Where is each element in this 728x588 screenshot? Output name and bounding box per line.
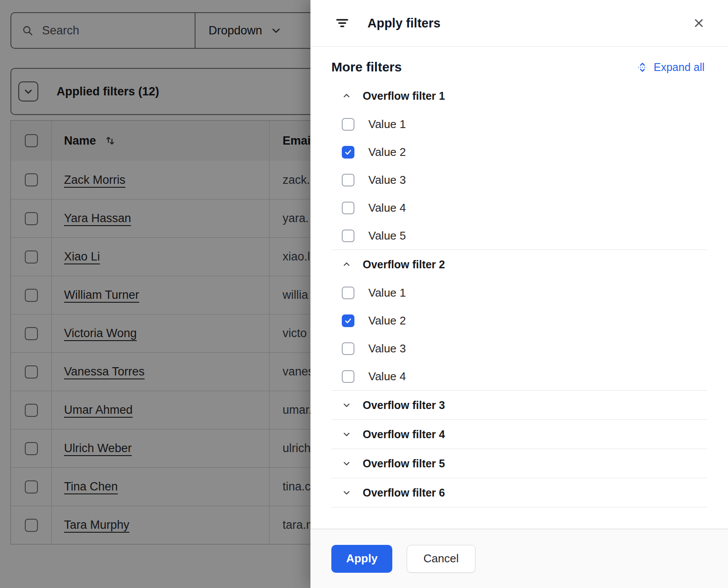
filter-value-label: Value 1 bbox=[368, 286, 406, 300]
filter-section-title: Overflow filter 3 bbox=[363, 399, 445, 412]
section-divider bbox=[331, 507, 707, 507]
chevron-up-icon bbox=[342, 260, 351, 269]
check-icon bbox=[344, 148, 352, 156]
filter-value-label: Value 4 bbox=[368, 201, 406, 215]
filter-value-row: Value 1 bbox=[331, 110, 707, 138]
apply-button[interactable]: Apply bbox=[331, 545, 392, 573]
checkbox-unchecked[interactable] bbox=[342, 118, 354, 131]
filter-section-title: Overflow filter 4 bbox=[363, 428, 445, 441]
filter-section-header[interactable]: Overflow filter 4 bbox=[331, 420, 707, 449]
filter-section-title: Overflow filter 5 bbox=[363, 457, 445, 470]
filter-section-title: Overflow filter 1 bbox=[363, 90, 445, 102]
apply-filters-drawer: Apply filters More filters Expand all bbox=[310, 0, 728, 588]
checkbox-unchecked[interactable] bbox=[342, 174, 354, 186]
filter-value-row: Value 3 bbox=[331, 335, 707, 362]
drawer-body: More filters Expand all Overflow filter … bbox=[310, 47, 728, 529]
checkbox-unchecked[interactable] bbox=[342, 230, 354, 242]
checkbox-unchecked[interactable] bbox=[342, 202, 354, 214]
filter-value-label: Value 3 bbox=[368, 173, 406, 187]
filter-icon bbox=[334, 15, 350, 31]
filter-section-title: Overflow filter 2 bbox=[363, 258, 445, 271]
more-filters-heading: More filters bbox=[331, 60, 402, 74]
filter-value-label: Value 5 bbox=[368, 229, 406, 243]
close-button[interactable] bbox=[691, 15, 707, 31]
filter-value-label: Value 3 bbox=[368, 342, 406, 355]
filter-value-row: Value 4 bbox=[331, 362, 707, 390]
filter-section-title: Overflow filter 6 bbox=[363, 487, 445, 499]
chevron-down-icon bbox=[342, 429, 351, 439]
filter-value-row: Value 3 bbox=[331, 166, 707, 194]
filter-value-row: Value 4 bbox=[331, 194, 707, 222]
expand-all-label: Expand all bbox=[654, 61, 704, 74]
filter-section-header[interactable]: Overflow filter 6 bbox=[331, 478, 707, 507]
expand-all-button[interactable]: Expand all bbox=[634, 61, 707, 74]
screen: Dropdown Applied filters (12) Name bbox=[0, 0, 728, 588]
filter-value-row: Value 5 bbox=[331, 222, 707, 250]
checkbox-checked[interactable] bbox=[342, 146, 354, 159]
filter-section-header[interactable]: Overflow filter 2 bbox=[331, 250, 707, 279]
check-icon bbox=[344, 317, 352, 325]
cancel-button[interactable]: Cancel bbox=[407, 545, 475, 573]
chevron-down-icon bbox=[342, 488, 351, 497]
drawer-header: Apply filters bbox=[310, 0, 728, 47]
filter-value-row: Value 2 bbox=[331, 138, 707, 166]
more-filters-row: More filters Expand all bbox=[331, 60, 707, 74]
checkbox-unchecked[interactable] bbox=[342, 342, 354, 355]
filter-sections: Overflow filter 1Value 1Value 2Value 3Va… bbox=[331, 81, 707, 507]
filter-value-label: Value 2 bbox=[368, 145, 406, 159]
close-icon bbox=[692, 17, 705, 30]
unfold-icon bbox=[637, 61, 648, 73]
filter-value-label: Value 2 bbox=[368, 314, 406, 328]
drawer-footer: Apply Cancel bbox=[310, 529, 728, 588]
filter-section-header[interactable]: Overflow filter 3 bbox=[331, 391, 707, 419]
drawer-title: Apply filters bbox=[367, 16, 441, 30]
chevron-up-icon bbox=[342, 91, 351, 101]
filter-value-row: Value 2 bbox=[331, 307, 707, 335]
filter-value-row: Value 1 bbox=[331, 279, 707, 307]
chevron-down-icon bbox=[342, 459, 351, 468]
filter-section-header[interactable]: Overflow filter 5 bbox=[331, 449, 707, 478]
checkbox-checked[interactable] bbox=[342, 314, 354, 327]
checkbox-unchecked[interactable] bbox=[342, 370, 354, 383]
filter-value-label: Value 4 bbox=[368, 370, 406, 383]
chevron-down-icon bbox=[342, 400, 351, 410]
checkbox-unchecked[interactable] bbox=[342, 287, 354, 299]
filter-section-header[interactable]: Overflow filter 1 bbox=[331, 81, 707, 110]
filter-value-label: Value 1 bbox=[368, 118, 406, 131]
